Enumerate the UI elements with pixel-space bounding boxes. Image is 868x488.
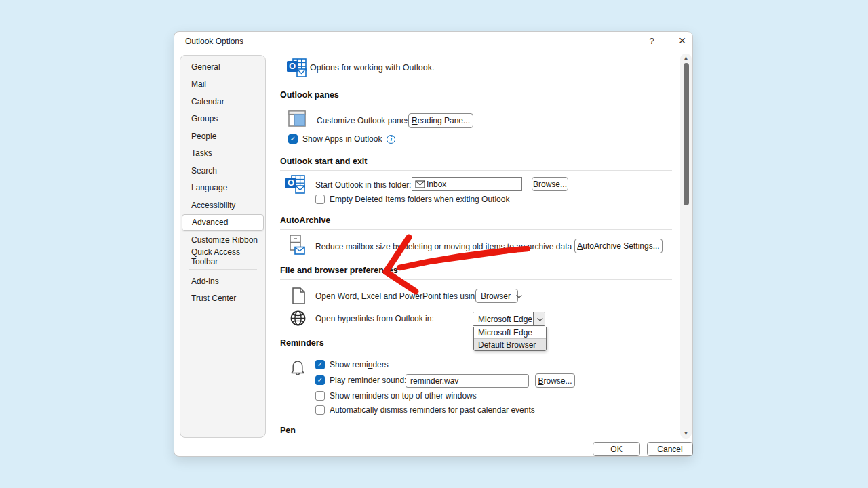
vertical-scrollbar[interactable]: ▲ ▼ — [680, 54, 692, 439]
section-divider — [280, 104, 672, 104]
reminders-on-top-row: Show reminders on top of other windows — [315, 391, 477, 401]
cancel-button[interactable]: Cancel — [647, 442, 693, 456]
section-title-pen: Pen — [280, 426, 296, 435]
play-sound-label: Play reminder sound: — [330, 375, 406, 385]
dropdown-option-default-browser[interactable]: Default Browser — [474, 339, 546, 350]
reminders-on-top-checkbox[interactable] — [315, 391, 325, 401]
hyperlinks-label: Open hyperlinks from Outlook in: — [315, 314, 434, 323]
empty-deleted-label: Empty Deleted Items folders when exiting… — [330, 195, 509, 204]
screen: Outlook Options ? × General Mail Calenda… — [0, 0, 868, 488]
info-icon[interactable]: i — [387, 135, 395, 144]
section-divider — [280, 279, 672, 280]
ok-button[interactable]: OK — [593, 442, 640, 456]
scroll-up-icon[interactable]: ▲ — [680, 54, 692, 63]
archive-mailbox-icon — [288, 234, 306, 256]
section-title-file-browser: File and browser preferences — [280, 266, 398, 275]
show-apps-row: ✓ Show Apps in Outlook i — [288, 134, 395, 144]
show-apps-label: Show Apps in Outlook — [302, 134, 382, 144]
combobox-dropdown-button[interactable] — [533, 312, 545, 325]
section-title-reminders: Reminders — [280, 338, 324, 348]
show-apps-checkbox[interactable]: ✓ — [288, 134, 298, 144]
hyperlinks-dropdown-list: Microsoft Edge Default Browser — [473, 327, 547, 351]
sound-file-value[interactable] — [406, 376, 528, 386]
hyperlinks-combobox[interactable]: Microsoft Edge — [473, 312, 545, 326]
chevron-down-icon — [516, 292, 521, 298]
section-divider — [280, 229, 672, 230]
open-files-dropdown[interactable]: Browser — [475, 289, 518, 303]
reading-pane-button[interactable]: Reading Pane... — [408, 113, 473, 128]
section-divider — [280, 352, 672, 352]
play-sound-checkbox[interactable]: ✓ — [315, 375, 325, 385]
autoarchive-description: Reduce mailbox size by deleting or movin… — [315, 242, 587, 251]
outlook-logo-icon: O — [287, 58, 307, 78]
empty-deleted-checkbox[interactable] — [315, 195, 325, 204]
autoarchive-settings-button[interactable]: AutoArchive Settings... — [574, 239, 663, 253]
reminders-on-top-label: Show reminders on top of other windows — [330, 391, 477, 401]
svg-text:O: O — [289, 61, 296, 71]
scroll-down-icon[interactable]: ▼ — [680, 429, 692, 439]
show-reminders-row: ✓ Show reminders — [315, 360, 389, 369]
document-icon — [292, 287, 305, 304]
start-folder-input[interactable]: Inbox — [412, 177, 522, 191]
intro-text: Options for working with Outlook. — [310, 63, 434, 73]
outlook-options-dialog: Outlook Options ? × General Mail Calenda… — [174, 31, 693, 457]
hyperlinks-value: Microsoft Edge — [473, 312, 533, 325]
sound-file-input[interactable] — [406, 374, 529, 388]
show-reminders-checkbox[interactable]: ✓ — [315, 360, 325, 369]
browse-sound-button[interactable]: Browse... — [535, 373, 575, 388]
dropdown-option-microsoft-edge[interactable]: Microsoft Edge — [474, 327, 546, 339]
envelope-icon — [415, 180, 425, 188]
section-divider — [280, 170, 672, 171]
dismiss-reminders-checkbox[interactable] — [315, 405, 325, 415]
outlook-logo-icon: O — [285, 174, 306, 195]
dismiss-reminders-label: Automatically dismiss reminders for past… — [330, 405, 535, 415]
section-title-start-exit: Outlook start and exit — [280, 157, 368, 166]
browse-folder-button[interactable]: Browse... — [532, 177, 568, 191]
play-sound-row: ✓ Play reminder sound: — [315, 375, 406, 385]
start-folder-value: Inbox — [425, 180, 446, 189]
section-title-autoarchive: AutoArchive — [280, 216, 330, 225]
show-reminders-label: Show reminders — [330, 360, 389, 369]
scrollbar-thumb[interactable] — [684, 63, 689, 205]
open-files-value: Browser — [481, 291, 511, 301]
empty-deleted-row: Empty Deleted Items folders when exiting… — [315, 195, 509, 204]
customize-panes-label: Customize Outlook panes. — [317, 116, 412, 125]
dismiss-reminders-row: Automatically dismiss reminders for past… — [315, 405, 535, 415]
section-title-outlook-panes: Outlook panes — [280, 90, 339, 100]
start-folder-label: Start Outlook in this folder: — [315, 180, 411, 190]
panes-layout-icon — [288, 110, 306, 127]
bell-icon — [290, 360, 305, 378]
globe-icon — [290, 310, 306, 326]
advanced-options-pane: O Options for working with Outlook. Outl… — [174, 32, 694, 458]
chevron-down-icon — [537, 315, 542, 321]
open-files-label: Open Word, Excel and PowerPoint files us… — [315, 291, 481, 301]
svg-text:O: O — [288, 178, 294, 188]
